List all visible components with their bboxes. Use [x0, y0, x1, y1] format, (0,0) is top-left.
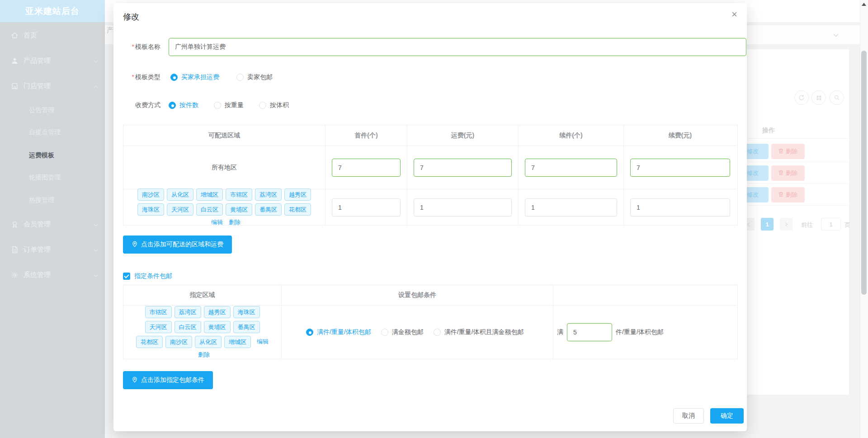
radio-icon: [170, 74, 178, 81]
threshold-input[interactable]: [567, 323, 612, 341]
required-asterisk: *: [132, 73, 134, 80]
divider: [747, 205, 849, 206]
divider: [747, 162, 849, 162]
threshold-cell: 满 件/重量/体积包邮: [553, 306, 736, 359]
radio-by-piece[interactable]: 按件数: [169, 101, 198, 109]
column-header: 指定区域: [123, 285, 282, 306]
cancel-button[interactable]: 取消: [673, 408, 704, 424]
region-tag: 南沙区: [165, 336, 192, 348]
sidebar-subitem-announcements[interactable]: 公告管理: [29, 103, 54, 118]
sidebar-subitem-pickup-points[interactable]: 自提点管理: [29, 125, 61, 140]
column-header-empty: [553, 285, 736, 306]
radio-amount[interactable]: 满金额包邮: [381, 328, 424, 336]
pagination-goto-input[interactable]: [821, 218, 841, 231]
ops-column-header: 操作: [762, 127, 775, 135]
sidebar-subitem-carousel[interactable]: 轮播图管理: [29, 170, 61, 185]
column-header: 运费(元): [407, 125, 519, 146]
sidebar-item-stores[interactable]: 门店管理: [0, 78, 105, 94]
sidebar-subitem-label: 公告管理: [29, 106, 54, 114]
radio-piece-and-amount[interactable]: 满件/重量/体积且满金额包邮: [434, 328, 524, 336]
close-icon[interactable]: ×: [730, 8, 739, 21]
sidebar-item-members[interactable]: 会员管理: [0, 216, 105, 232]
table-cell: [326, 189, 407, 225]
gear-icon: [11, 271, 19, 279]
delete-regions-link[interactable]: 删除: [198, 351, 210, 359]
add-delivery-area-button[interactable]: 点击添加可配送的区域和运费: [123, 235, 232, 254]
delete-button[interactable]: 删除: [771, 187, 805, 203]
radio-icon: [434, 329, 441, 336]
radio-by-weight[interactable]: 按重量: [214, 101, 244, 109]
additional-piece-input[interactable]: [525, 159, 617, 177]
additional-fee-input[interactable]: [630, 159, 730, 177]
region-tag: 白云区: [196, 203, 223, 216]
pagination-page-unit: 页: [844, 221, 850, 229]
free-shipping-condition-table: 指定区域 设置包邮条件 市辖区 荔湾区 越秀区 海珠区 天河区 白云区 黄埔区 …: [123, 285, 738, 359]
edit-shipping-template-dialog: 修改 × *模板名称 *模板类型 买家承担运费 卖家包邮 收费方式 按件数 按重…: [113, 3, 747, 431]
sidebar-item-system[interactable]: 系统管理: [0, 267, 105, 283]
freight-input[interactable]: [414, 198, 512, 217]
add-condition-label: 点击添加指定包邮条件: [141, 376, 204, 384]
region-tag: 白云区: [175, 321, 201, 333]
region-tag: 增城区: [224, 336, 251, 348]
edit-regions-link[interactable]: 编辑: [211, 218, 223, 226]
region-tag: 荔湾区: [175, 306, 201, 318]
first-piece-input[interactable]: [332, 159, 401, 177]
shop-icon: [11, 82, 19, 90]
grid-icon[interactable]: [811, 90, 826, 105]
table-cell: [326, 146, 407, 189]
scrollbar-thumb[interactable]: [861, 51, 867, 295]
chevron-down-icon: [93, 221, 99, 227]
trash-icon: [778, 170, 783, 177]
radio-seller-free-shipping[interactable]: 卖家包邮: [236, 73, 273, 81]
delete-button[interactable]: 删除: [771, 165, 805, 181]
chevron-down-icon[interactable]: [833, 32, 839, 38]
delete-button[interactable]: 删除: [771, 144, 805, 159]
chevron-down-icon: [93, 58, 99, 63]
sidebar: 亚米建站后台 首页 产品管理 门店管理 公告管理 自提点管理 运费模板 轮播图管…: [0, 0, 105, 438]
template-type-label: *模板类型: [122, 73, 160, 81]
confirm-button[interactable]: 确定: [710, 408, 744, 424]
region-tag: 花都区: [284, 203, 311, 216]
additional-fee-input[interactable]: [630, 198, 730, 217]
search-icon[interactable]: [830, 90, 844, 105]
region-tag: 市辖区: [145, 306, 172, 318]
region-tag: 海珠区: [137, 203, 164, 216]
sidebar-item-products[interactable]: 产品管理: [0, 52, 105, 69]
sidebar-item-home[interactable]: 首页: [0, 27, 105, 43]
user-icon: [11, 57, 19, 65]
template-name-input[interactable]: [169, 38, 746, 56]
pagination-page-1[interactable]: 1: [761, 218, 774, 231]
first-piece-input[interactable]: [332, 198, 401, 217]
additional-piece-input[interactable]: [525, 198, 617, 217]
refresh-icon[interactable]: [794, 90, 809, 105]
sidebar-subitem-hot-search[interactable]: 热搜管理: [29, 193, 54, 208]
add-free-shipping-condition-button[interactable]: 点击添加指定包邮条件: [123, 371, 213, 389]
radio-icon: [169, 102, 176, 109]
sidebar-item-label: 订单管理: [24, 245, 51, 254]
home-icon: [11, 32, 19, 39]
region-tag: 番禺区: [255, 203, 282, 216]
table-cell: [519, 146, 624, 189]
pagination-next-button[interactable]: [780, 218, 793, 231]
sidebar-item-label: 门店管理: [24, 82, 51, 90]
scroll-up-arrow-icon[interactable]: [862, 3, 866, 6]
region-tag: 海珠区: [233, 306, 260, 318]
region-tag: 从化区: [167, 188, 193, 201]
conditional-free-shipping-checkbox[interactable]: 指定条件包邮: [123, 272, 172, 280]
radio-buyer-pays[interactable]: 买家承担运费: [170, 73, 219, 81]
area-cell: 南沙区 从化区 增城区 市辖区 荔湾区 越秀区 海珠区 天河区 白云区 黄埔区 …: [123, 189, 326, 225]
region-tag: 南沙区: [137, 188, 164, 201]
divider: [747, 138, 849, 139]
radio-piece-weight-volume[interactable]: 满件/重量/体积包邮: [306, 328, 371, 336]
sidebar-item-orders[interactable]: 订单管理: [0, 241, 105, 258]
radio-by-volume[interactable]: 按体积: [259, 101, 289, 109]
delete-label: 删除: [786, 169, 797, 177]
column-header: 续件(个): [519, 125, 624, 146]
region-tag: 天河区: [145, 321, 172, 333]
edit-regions-link[interactable]: 编辑: [257, 338, 269, 346]
table-cell: [407, 189, 519, 225]
sidebar-subitem-shipping-templates[interactable]: 运费模板: [29, 148, 54, 163]
freight-input[interactable]: [414, 159, 512, 177]
page-scrollbar[interactable]: [860, 0, 868, 438]
delete-regions-link[interactable]: 删除: [229, 218, 241, 226]
